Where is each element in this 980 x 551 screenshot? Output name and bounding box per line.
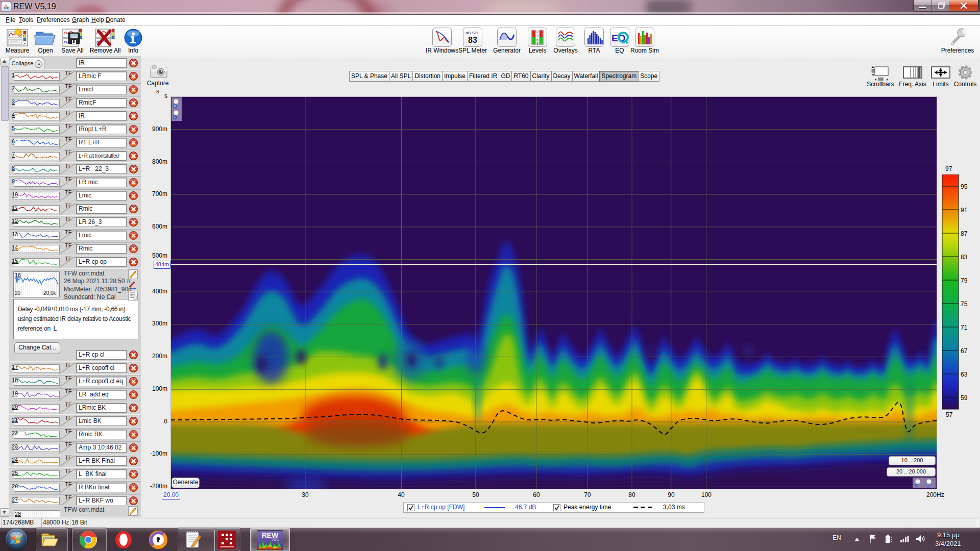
- svg-text:dB SPL: dB SPL: [465, 31, 480, 35]
- svg-text:83: 83: [468, 36, 477, 44]
- svg-text:6: 6: [536, 38, 538, 42]
- svg-text:0: 0: [536, 30, 538, 34]
- svg-text:9: 9: [536, 42, 538, 45]
- svg-text:3: 3: [536, 34, 538, 38]
